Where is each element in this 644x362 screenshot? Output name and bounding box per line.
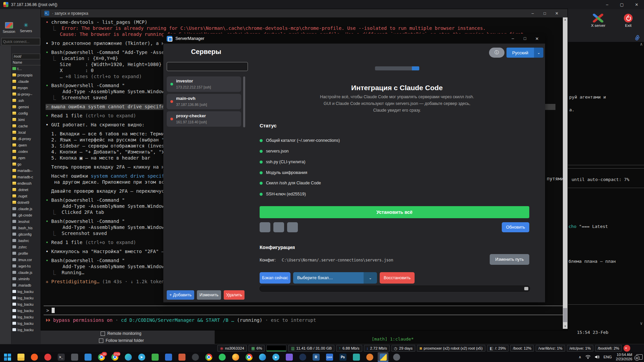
firefox-icon[interactable] [230,352,241,362]
photoshop-icon[interactable]: Ps [337,352,348,362]
tree-item[interactable]: ai-proxy-- [11,91,41,97]
tree-item[interactable]: .profile [11,250,41,256]
tray-chevron-icon[interactable]: ∧ [579,355,581,359]
terminal-close-button[interactable]: ✕ [551,9,563,17]
tree-item[interactable]: myvpn [11,84,41,91]
terminal-maximize-button[interactable]: □ [539,9,551,17]
follow-terminal-folder-option[interactable]: Follow terminal folder [99,338,144,343]
whatsapp-icon[interactable] [217,352,227,362]
checkbox-icon[interactable] [101,331,105,336]
tree-item[interactable]: .mariadb [11,282,41,288]
python-app-icon[interactable] [378,352,388,362]
app-dark-circle-icon[interactable] [190,352,201,362]
tree-item[interactable]: .config [11,110,41,116]
tree-item[interactable]: .lesshst [11,218,41,225]
chrome-icon[interactable] [244,352,254,362]
tree-item[interactable]: .ssh [11,97,41,104]
app-purple-icon[interactable] [284,352,294,362]
gimp-icon[interactable] [391,352,402,362]
terminal-titlebar[interactable]: >_ · запуск и проверка – □ ✕ [41,9,568,17]
app-orange-circle-icon[interactable] [364,352,375,362]
start-button[interactable] [2,352,13,362]
terminal-minimize-button[interactable]: – [527,9,539,17]
sm-minimize-button[interactable]: – [507,34,519,44]
tree-item[interactable]: .cache [11,123,41,129]
remote-monitoring-option[interactable]: Remote monitoring [101,331,141,336]
refresh-button[interactable]: Обновить [502,222,529,232]
tree-item[interactable]: proxyapis [11,72,41,78]
tree-item[interactable]: .git-crede [11,212,41,218]
wifi-icon[interactable] [585,355,591,359]
terminal-dark-icon[interactable]: >_ [56,352,66,362]
taskbar-clock[interactable]: 10:54 AM 2/23/2026 [616,353,632,361]
tree-item[interactable]: .wget-hs [11,263,41,269]
tree-item[interactable]: dotnet9 [11,199,41,205]
server-search-input[interactable] [167,62,248,71]
edge-icon[interactable] [123,352,133,362]
quick-connect-input[interactable] [1,38,40,45]
paint-icon[interactable] [176,352,187,362]
tree-item[interactable]: .nuget [11,193,41,199]
tree-item[interactable]: log_backu [11,307,41,314]
tree-item[interactable]: t… [11,65,41,72]
quick-tile-icon[interactable]: Quick [324,352,335,362]
horizontal-scrollbar[interactable] [260,286,530,292]
session-button[interactable]: Session [3,19,15,37]
tree-item[interactable]: .di-proxy [11,135,41,142]
change-path-button[interactable]: Изменить путь [490,254,529,265]
delete-server-button[interactable]: Удалить [224,290,245,300]
backup-now-button[interactable]: Бэкап сейчас [260,272,290,284]
server-list-item[interactable]: main-ovh 37.187.136.86 [ssh] [167,94,241,109]
component-chip[interactable] [273,222,284,232]
app-gray-icon[interactable] [69,352,80,362]
tree-item[interactable]: endlessh [11,180,41,186]
tree-item[interactable]: .bash_his [11,225,41,231]
current-path[interactable]: /root/ [12,54,40,59]
tree-item[interactable]: mariadb-c [11,174,41,180]
tree-item[interactable]: .claude.js [11,269,41,276]
tree-item[interactable]: go [11,161,41,167]
app-green-icon[interactable] [150,352,160,362]
tree-item[interactable]: log_backu [11,301,41,307]
tree-item[interactable]: .bashrc [11,237,41,244]
backup-select-dropdown[interactable]: Выберите бэкап… ⌄ [293,272,377,284]
restore-button[interactable]: Восстановить [380,272,415,284]
chrome-icon[interactable] [203,352,214,362]
tree-item[interactable]: mariadb-- [11,167,41,174]
file-explorer-icon[interactable] [15,352,26,362]
tree-item[interactable]: .gitconfig [11,231,41,237]
tree-item[interactable]: .local [11,129,41,135]
tree-item[interactable]: .gemini [11,104,41,110]
language-indicator[interactable]: ENG [603,355,612,359]
exit-button[interactable]: Exit [624,14,633,27]
x-server-button[interactable]: X server [591,14,605,27]
speaker-icon[interactable] [595,355,599,359]
tree-item[interactable]: .zshrc [11,244,41,250]
tree-item[interactable]: log_backu [11,314,41,320]
telegram-icon[interactable]: ➤ [270,352,281,362]
add-server-button[interactable]: + Добавить [167,290,194,300]
host-maximize-button[interactable]: ▢ [614,0,629,9]
tree-item[interactable]: .codex [11,148,41,155]
tree-item[interactable]: .viminfo [11,276,41,282]
name-column-header[interactable]: Name [11,60,41,65]
edit-server-button[interactable]: Изменить [197,290,221,300]
servermanager-titlebar[interactable]: ServerManager – □ ✕ [163,34,545,44]
scrollbar-thumb[interactable] [563,308,567,322]
host-minimize-button[interactable]: – [600,0,614,9]
sm-close-button[interactable]: ✕ [531,34,543,44]
host-close-button[interactable]: ✕ [629,0,644,9]
tree-item[interactable]: .npm [11,155,41,161]
steam-icon[interactable] [297,352,308,362]
tree-item[interactable]: .qwen [11,142,41,148]
vscode-icon[interactable] [83,352,93,362]
tree-item[interactable]: .claude [11,78,41,84]
server-list-scrollbar[interactable] [243,76,245,127]
checkbox-icon[interactable] [99,339,103,343]
paperclip-icon[interactable] [633,34,641,42]
app-red-icon[interactable] [42,352,53,362]
claude-input-box[interactable]: > [44,306,565,315]
tree-item[interactable]: log_backu [11,288,41,295]
telegram-icon[interactable]: ➤ [136,352,147,362]
app-teal-icon[interactable] [351,352,362,362]
